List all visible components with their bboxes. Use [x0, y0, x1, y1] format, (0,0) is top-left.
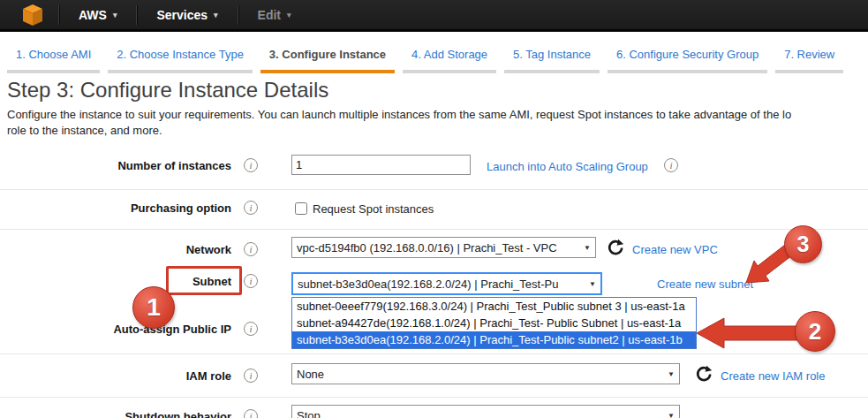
shutdown-behavior-select-value: Stop	[297, 409, 321, 418]
request-spot-instances-checkbox[interactable]	[295, 202, 307, 215]
subnet-select-value: subnet-b3e3d0ea(192.168.2.0/24) | Prachi…	[298, 277, 558, 291]
select-arrow-icon: ▼	[589, 280, 596, 288]
page-title: Step 3: Configure Instance Details	[7, 78, 328, 103]
menu-edit-label: Edit	[258, 8, 281, 22]
info-icon[interactable]: i	[244, 158, 258, 172]
menu-aws-label: AWS	[79, 8, 107, 22]
page-description-line2: role to the instance, and more.	[7, 124, 868, 137]
row-divider	[0, 189, 868, 190]
info-icon[interactable]: i	[244, 242, 258, 256]
chevron-down-icon: ▾	[214, 11, 218, 19]
network-select[interactable]: vpc-d5194fb0 (192.168.0.0/16) | Prachi_T…	[291, 237, 596, 258]
select-arrow-icon: ▼	[584, 244, 591, 252]
menu-services[interactable]: Services ▾	[137, 0, 237, 29]
iam-role-select[interactable]: None ▼	[291, 363, 680, 384]
label-number-of-instances: Number of instances	[0, 159, 231, 172]
select-arrow-icon: ▼	[668, 412, 675, 418]
label-iam-role: IAM role	[0, 369, 231, 383]
tab-configure-security-group[interactable]: 6. Configure Security Group	[608, 41, 767, 73]
label-network: Network	[0, 243, 231, 256]
info-icon[interactable]: i	[244, 322, 258, 336]
wizard-steps-tabs: 1. Choose AMI 2. Choose Instance Type 3.…	[7, 41, 851, 73]
iam-role-select-value: None	[297, 368, 324, 381]
page-description-line1: Configure the instance to suit your requ…	[7, 108, 868, 121]
menu-edit[interactable]: Edit ▾	[238, 0, 311, 29]
menu-services-label: Services	[156, 8, 208, 22]
subnet-option[interactable]: subnet-a94427de(192.168.1.0/24) | Prachi…	[292, 315, 696, 331]
create-new-subnet-link[interactable]: Create new subnet	[657, 277, 753, 291]
tab-add-storage[interactable]: 4. Add Storage	[403, 41, 496, 73]
tab-choose-ami[interactable]: 1. Choose AMI	[7, 41, 100, 73]
subnet-select[interactable]: subnet-b3e3d0ea(192.168.2.0/24) | Prachi…	[291, 272, 602, 295]
annotation-badge-3: 3	[784, 225, 822, 263]
chevron-down-icon: ▾	[113, 11, 117, 19]
subnet-dropdown-list: subnet-0eeef779(192.168.3.0/24) | Prachi…	[291, 297, 697, 349]
annotation-badge-2: 2	[795, 311, 835, 352]
label-auto-assign-public-ip: Auto-assign Public IP	[0, 323, 231, 336]
refresh-iam-role-icon[interactable]	[695, 365, 713, 383]
info-icon[interactable]: i	[244, 274, 258, 288]
row-divider	[0, 397, 868, 398]
subnet-option[interactable]: subnet-0eeef779(192.168.3.0/24) | Prachi…	[292, 298, 696, 315]
subnet-option-selected[interactable]: subnet-b3e3d0ea(192.168.2.0/24) | Prachi…	[292, 331, 696, 348]
tab-configure-instance[interactable]: 3. Configure Instance	[260, 41, 395, 73]
label-shutdown-behavior: Shutdown behavior	[0, 410, 231, 418]
network-select-value: vpc-d5194fb0 (192.168.0.0/16) | Prachi_T…	[297, 241, 557, 255]
info-icon[interactable]: i	[244, 201, 258, 215]
tab-review[interactable]: 7. Review	[775, 41, 843, 73]
aws-cube-logo-icon[interactable]	[23, 4, 42, 26]
info-icon[interactable]: i	[244, 369, 258, 383]
chevron-down-icon: ▾	[287, 11, 291, 19]
tab-choose-instance-type[interactable]: 2. Choose Instance Type	[108, 41, 253, 73]
label-purchasing-option: Purchasing option	[0, 201, 231, 215]
top-nav-bar: AWS ▾ Services ▾ Edit ▾	[0, 0, 868, 32]
launch-auto-scaling-link[interactable]: Launch into Auto Scaling Group	[487, 160, 648, 173]
info-icon[interactable]: i	[664, 158, 678, 172]
row-divider	[0, 353, 868, 354]
request-spot-instances-label: Request Spot instances	[313, 202, 434, 216]
shutdown-behavior-select[interactable]: Stop ▼	[291, 405, 680, 418]
create-new-iam-role-link[interactable]: Create new IAM role	[721, 369, 826, 383]
refresh-vpc-icon[interactable]	[607, 239, 624, 256]
arrow-to-selected-subnet	[697, 318, 799, 348]
create-new-vpc-link[interactable]: Create new VPC	[632, 243, 718, 256]
select-arrow-icon: ▼	[668, 370, 675, 378]
number-of-instances-input[interactable]	[291, 155, 471, 175]
menu-aws[interactable]: AWS ▾	[59, 0, 136, 29]
row-divider	[0, 229, 868, 230]
tab-tag-instance[interactable]: 5. Tag Instance	[504, 41, 600, 73]
info-icon[interactable]: i	[244, 409, 258, 418]
label-subnet: Subnet	[0, 275, 231, 288]
